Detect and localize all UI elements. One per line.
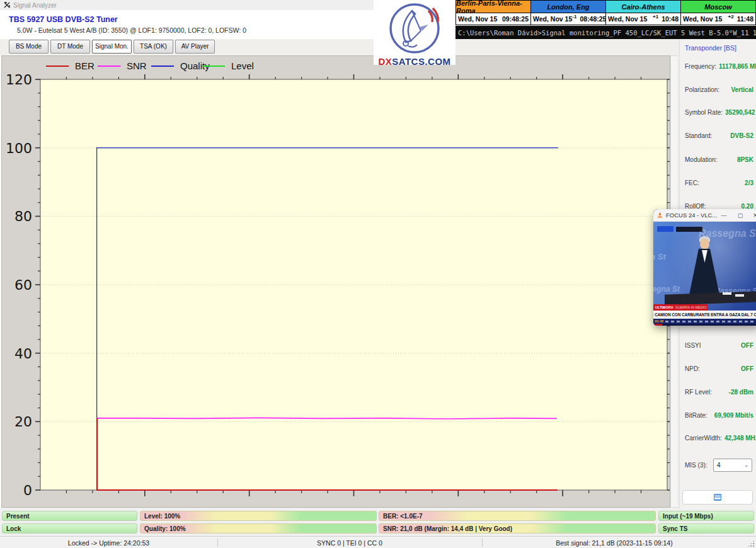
clock-time: 11:48 — [737, 15, 753, 23]
clock-time: 10:48 — [662, 15, 679, 23]
news-ticker: 00:48 — [653, 319, 756, 324]
logo-text: DXSATCS.COM — [374, 56, 455, 67]
svg-text:100: 100 — [6, 140, 32, 156]
chevron-down-icon: ⌄ — [744, 462, 748, 468]
status-best-signal: Best signal: 21,1 dB (2023-11-15 09:14) — [482, 537, 747, 548]
watermark-text: segna St — [653, 285, 680, 294]
row-rf-level: RF Level:-28 dBm — [685, 389, 753, 396]
ticker-text — [665, 321, 753, 323]
app-icon — [4, 2, 10, 8]
desk-papers — [735, 294, 744, 297]
input-rate-indicator: Input (~19 Mbps) — [658, 511, 754, 521]
desk-papers — [723, 292, 731, 295]
lock-indicator: Lock — [2, 523, 137, 534]
mis-label: MIS (3): — [685, 462, 707, 469]
clock-date: Wed, Nov 15 — [533, 15, 572, 23]
clock-header-3: Moscow — [681, 1, 755, 13]
presenter-head — [700, 239, 709, 249]
clock-offset: +2 — [728, 13, 734, 20]
clock-date: Wed, Nov 15 — [458, 15, 497, 23]
svg-text:40: 40 — [14, 346, 32, 362]
row-polarization: Polarization:Vertical — [685, 86, 753, 93]
close-button[interactable]: ✕ — [748, 209, 756, 222]
minimize-button[interactable]: — — [716, 209, 731, 222]
svg-text:80: 80 — [14, 208, 32, 224]
breaking-news-bar: ULTIMORA GUERRA IN MEDIO ORIENTE — [653, 304, 707, 311]
tab-av-player[interactable]: AV Player — [175, 40, 215, 54]
transponder-panel-title: Transponder [BS] — [685, 44, 736, 52]
tab-bar: BS Mode DT Mode Signal Mon. TSA (OK) AV … — [0, 39, 679, 55]
ber-meter: BER: <1.0E-7 — [379, 511, 656, 521]
clock-time: 08:48:25 — [580, 15, 606, 23]
watermark-text: a St — [653, 252, 666, 261]
tab-tsa[interactable]: TSA (OK) — [134, 40, 173, 54]
vlc-cone-icon — [656, 212, 663, 219]
status-sync-counters: SYNC 0 | TEI 0 | CC 0 — [217, 537, 482, 548]
window-titlebar[interactable]: Signal Analyzer — [0, 0, 374, 10]
svg-text:20: 20 — [14, 414, 32, 430]
vlc-window: FOCUS 24 - VLC... — ▢ ✕ Rassegna St a St… — [653, 209, 756, 326]
chart-plot-area: 020406080100120 — [2, 56, 670, 507]
row-bitrate: BitRate:69,909 Mbit/s — [685, 412, 753, 419]
row-fec: FEC:2/3 — [685, 180, 753, 186]
ticker-bottom-strip — [653, 324, 756, 326]
svg-text:120: 120 — [6, 72, 32, 88]
clock-offset: +1 — [653, 13, 658, 20]
program-badge — [676, 227, 702, 232]
signal-chart: BER SNR Quality Level 020406080100120 — [1, 55, 670, 508]
snr-meter: SNR: 21,0 dB (Margin: 14,4 dB | Very Goo… — [379, 523, 656, 534]
status-bar: Locked -> Uptime: 24:20:53 SYNC 0 | TEI … — [0, 536, 756, 548]
clock-header-0: Berlin-Paris-Vienna-Roma — [456, 1, 530, 13]
clock-berlin-paris-vienna-roma: Berlin-Paris-Vienna-Roma Wed, Nov 1509:4… — [455, 0, 531, 25]
tuner-details: 5.0W - Eutelsat 5 West A/B (ID: 3550) @ … — [17, 26, 246, 34]
tuner-name: TBS 5927 USB DVB-S2 Tuner — [9, 15, 118, 24]
row-standard: Standard:DVB-S2 — [685, 132, 753, 139]
transponder-list-button[interactable] — [682, 490, 753, 505]
row-npd: NPD:OFF — [685, 365, 753, 372]
clock-header-2: Cairo-Athens — [606, 1, 680, 13]
clock-cairo-athens: Cairo-Athens Wed, Nov 15+110:48 — [605, 0, 681, 25]
svg-text:60: 60 — [14, 277, 32, 293]
mis-value: 4 — [717, 462, 721, 469]
console-window: C:\Users\Roman Dávid>Signal monitoring_P… — [455, 26, 756, 39]
level-meter: Level: 100% — [140, 511, 377, 521]
row-carrierwidth: CarrierWidth:42,348 MHz — [685, 435, 753, 442]
sync-ts-indicator: Sync TS — [658, 523, 754, 534]
quality-meter: Quality: 100% — [140, 523, 377, 534]
clock-offset: -1 — [572, 13, 576, 20]
playlist-icon — [714, 494, 721, 501]
headline-bar: PRIMO CAMION CON CARBURANTE ENTRA A GAZA… — [653, 311, 756, 319]
row-frequency: Frequency:11178,865 MHz — [685, 63, 753, 70]
console-text: C:\Users\Roman Dávid>Signal monitoring_P… — [458, 29, 756, 37]
window-title: Signal Analyzer — [13, 2, 57, 9]
row-issyi: ISSYIOFF — [685, 342, 753, 349]
status-lock-uptime: Locked -> Uptime: 24:20:53 — [0, 537, 217, 548]
clock-date: Wed, Nov 15 — [608, 15, 647, 23]
svg-text:0: 0 — [23, 482, 32, 498]
maximize-button[interactable]: ▢ — [733, 209, 748, 222]
row-symbol-rate: Symbol Rate:35290,542 KS/s — [685, 109, 753, 116]
mis-select[interactable]: 4 ⌄ — [713, 459, 752, 472]
tab-signal-mon[interactable]: Signal Mon. — [92, 40, 132, 54]
satellite-dish-icon — [384, 2, 445, 55]
clock-header-1: London, Eng — [531, 1, 605, 13]
vlc-video[interactable]: Rassegna St a St segna St Rassegna Sta U… — [653, 222, 756, 326]
clock-date: Wed, Nov 15 — [683, 15, 722, 23]
tab-dt-mode[interactable]: DT Mode — [50, 40, 90, 54]
clock-london: London, Eng Wed, Nov 15-108:48:25 — [530, 0, 606, 25]
present-indicator: Present — [2, 511, 137, 521]
vlc-titlebar[interactable]: FOCUS 24 - VLC... — ▢ ✕ — [653, 209, 756, 222]
row-modulation: Modulation:8PSK — [685, 156, 753, 163]
clock-moscow: Moscow Wed, Nov 15+211:48 — [680, 0, 756, 25]
vlc-window-title: FOCUS 24 - VLC... — [666, 212, 717, 219]
clock-time: 09:48:25 — [502, 15, 529, 23]
tab-bs-mode[interactable]: BS Mode — [9, 40, 49, 54]
channel-logo — [657, 226, 673, 232]
mis-row: MIS (3): 4 ⌄ — [685, 459, 752, 472]
dxsatcs-logo: DXSATCS.COM — [374, 0, 455, 65]
